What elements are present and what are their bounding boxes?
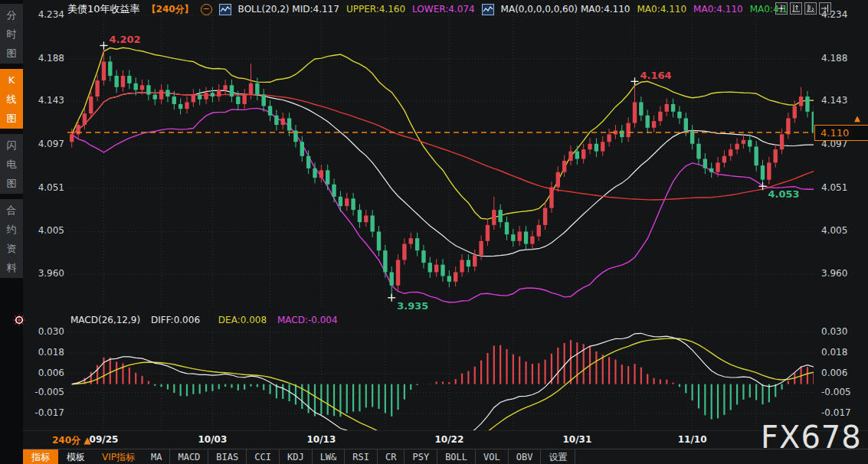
macd-dea-value: DEA:0.008: [218, 315, 267, 325]
candlestick-chart[interactable]: 4.2023.9354.1644.053: [67, 6, 814, 309]
svg-text:4.164: 4.164: [640, 70, 672, 81]
svg-text:4.053: 4.053: [768, 188, 800, 200]
main-axis-left: 4.2344.1884.1434.0974.0514.0053.9600.030…: [23, 0, 64, 430]
ma-value-green: MA0:4.1: [750, 4, 788, 15]
sidebar-tab[interactable]: 合约资料: [0, 199, 23, 278]
fx678-watermark: FX678: [761, 420, 862, 455]
price-tick-right: 4.005: [821, 225, 847, 236]
indicator-button[interactable]: CR: [378, 449, 405, 464]
boll-indicator-icon[interactable]: [219, 4, 231, 15]
toolbar-tab[interactable]: VIP指标: [93, 449, 143, 464]
indicator-button[interactable]: CCI: [247, 449, 280, 464]
price-tick-right: 4.188: [821, 53, 847, 64]
price-tick-left: 4.143: [38, 95, 64, 106]
indicator-button[interactable]: VOL: [476, 449, 509, 464]
macd-hist-value: MACD:-0.004: [277, 315, 338, 325]
indicator-button[interactable]: OBV: [509, 449, 542, 464]
macd-legend: MACD(26,12,9) DIFF:0.006 DEA:0.008 MACD:…: [70, 315, 346, 325]
price-tick-right: 4.051: [821, 182, 847, 193]
macd-tick-right: 0.018: [821, 347, 847, 358]
macd-chart[interactable]: [67, 312, 814, 430]
date-label: 10/13: [306, 434, 336, 445]
date-label: 11/10: [678, 434, 707, 445]
toolbar-tab[interactable]: 指标: [23, 449, 58, 464]
sidebar-tab[interactable]: 分时图: [0, 4, 23, 64]
price-tick-left: 4.188: [38, 53, 64, 64]
boll-label: BOLL(20,2) MID:4.117: [238, 4, 339, 15]
main-axis-right: 4.2344.1884.1434.0974.0514.0053.9600.030…: [817, 0, 868, 430]
macd-tick-right: -0.017: [821, 407, 851, 418]
period-dropdown[interactable]: 240分 ▲: [52, 434, 90, 447]
macd-tick-left: 0.030: [38, 326, 64, 337]
indicator-settings-icon[interactable]: [13, 314, 25, 326]
price-tick-left: 4.005: [38, 225, 64, 236]
date-label: 10/31: [562, 434, 591, 445]
indicator-button[interactable]: BIAS: [208, 449, 247, 464]
macd-tick-right: 0.006: [821, 368, 847, 378]
sidebar-tabs: 分时图K线图闪电图合约资料: [0, 0, 23, 278]
ma-label: MA(0,0,0,0,0,60) MA0:4.110: [501, 4, 631, 15]
indicator-toolbar: 指标模板VIP指标MAMACDBIASCCIKDJLW&RSICRPSYBOLL…: [23, 449, 868, 464]
indicator-button[interactable]: MACD: [170, 449, 208, 464]
symbol-title: 美债10年收益率: [67, 2, 140, 16]
indicator-button[interactable]: PSY: [405, 449, 437, 464]
date-label: 10/22: [434, 434, 463, 445]
price-tick-right: 4.143: [821, 95, 847, 106]
indicator-button[interactable]: BOLL: [437, 449, 476, 464]
macd-tick-right: 0.030: [821, 326, 847, 337]
svg-text:4.202: 4.202: [109, 34, 140, 45]
indicator-button[interactable]: KDJ: [280, 449, 313, 464]
last-price-tag: 4.110: [814, 125, 868, 141]
macd-tick-left: -0.017: [34, 407, 64, 418]
ma-value-magenta: MA0:4.110: [693, 4, 743, 15]
trading-app: 分时图K线图闪电图合约资料 美债10年收益率 【240分】 −: [0, 0, 868, 464]
date-label: 10/03: [198, 434, 228, 445]
macd-tick-left: 0.018: [38, 347, 64, 358]
left-tab-sidebar: 分时图K线图闪电图合约资料: [0, 0, 23, 464]
chart-header: 美债10年收益率 【240分】 − BOLL(20,2) MID:4.117 U…: [23, 0, 868, 18]
sidebar-tab[interactable]: 闪电图: [0, 134, 23, 194]
price-tick-left: 4.051: [38, 182, 64, 193]
price-tick-left: 4.097: [38, 139, 64, 149]
macd-tick-right: -0.005: [821, 387, 851, 397]
toolbar-tab[interactable]: 模板: [58, 449, 93, 464]
macd-tick-left: -0.005: [34, 387, 64, 397]
indicator-button[interactable]: MA: [143, 449, 170, 464]
boll-upper-value: UPPER:4.160: [346, 4, 405, 15]
collapse-icon[interactable]: −: [201, 4, 212, 15]
time-axis: 240分 ▲ 09/2510/0310/1310/2210/3111/10: [23, 430, 868, 449]
macd-title: MACD(26,12,9) DIFF:0.006: [70, 315, 208, 325]
last-price-up-arrow: ▲: [854, 114, 860, 123]
macd-tick-left: 0.006: [38, 368, 64, 378]
indicator-button[interactable]: 设置: [541, 449, 575, 464]
price-tick-right: 3.960: [821, 268, 847, 279]
chart-workspace: 美债10年收益率 【240分】 − BOLL(20,2) MID:4.117 U…: [23, 0, 868, 464]
period-selector[interactable]: 【240分】: [147, 3, 194, 16]
date-label: 09/25: [90, 434, 119, 445]
indicator-button[interactable]: LW&: [313, 449, 346, 464]
ma-value-yellow: MA0:4.110: [637, 4, 686, 15]
boll-lower-value: LOWER:4.074: [412, 4, 475, 15]
sidebar-tab[interactable]: K线图: [0, 69, 23, 129]
price-tick-left: 3.960: [38, 268, 64, 279]
svg-text:3.935: 3.935: [397, 300, 428, 309]
ma-indicator-icon[interactable]: [482, 4, 494, 15]
indicator-button[interactable]: RSI: [345, 449, 378, 464]
